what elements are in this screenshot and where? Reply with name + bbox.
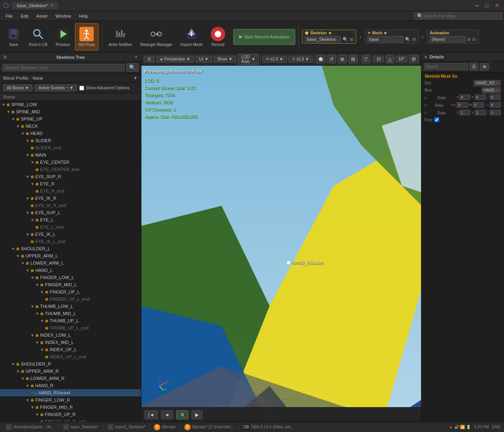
tree-item-finger-mid-l[interactable]: ▼☗FINGER_MID_L — [0, 281, 141, 288]
force-checkbox[interactable] — [434, 117, 439, 122]
menu-edit[interactable]: Edit — [17, 13, 32, 19]
tree-item-index-up-l[interactable]: ▼☗INDEX_UP_L — [0, 346, 141, 353]
details-list-view-button[interactable]: ☰ — [470, 63, 478, 70]
save-button[interactable]: Save — [3, 23, 24, 50]
tree-item-upper-arm-r[interactable]: ▼☗UPPER_ARM_R — [0, 368, 141, 375]
tree-item-thumb-low-l[interactable]: ▼☗THUMB_LOW_L — [0, 303, 141, 310]
x1-second-button[interactable]: ⟳ x1.0 ▼ — [288, 56, 313, 62]
tree-item-spine-low[interactable]: ▼☗SPINE_LOW — [0, 101, 141, 108]
skeleton-search-icon[interactable]: 🔍 — [343, 37, 348, 42]
viewport-menu-button[interactable]: ☰ — [144, 56, 155, 62]
play-button[interactable]: ▶ — [192, 410, 202, 419]
y-coord-input[interactable] — [475, 94, 486, 100]
tree-item-finger-low-r[interactable]: ▼☗FINGER_LOW_R — [0, 396, 141, 404]
x1-first-button[interactable]: ⟳ x1.0 ▼ — [262, 56, 287, 62]
tree-item-shoulder-l[interactable]: ▼☗SHOULDER_L — [0, 245, 141, 252]
pause-button[interactable]: ⏸ — [176, 410, 188, 419]
tree-item-index-low-l[interactable]: ▼☗INDEX_LOW_L — [0, 332, 141, 339]
ya-coord-input[interactable] — [490, 102, 501, 108]
tree-item-upper-arm-l[interactable]: ▼☗UPPER_ARM_L — [0, 252, 141, 259]
statusbar-base3-skeleton[interactable]: ⬡ base3_Skeleton* — [105, 424, 148, 430]
ro-coord-input[interactable] — [457, 102, 468, 108]
transform-button[interactable]: ⬟ — [316, 55, 325, 63]
statusbar-animation-game[interactable]: ⬡ AnimationGame - Un... — [3, 424, 57, 430]
tree-item-eye-ik-r[interactable]: ▼☗EYE_IK_R — [0, 195, 141, 202]
details-search-input[interactable] — [424, 63, 468, 70]
tree-item-head[interactable]: ▼☗HEAD — [0, 130, 141, 137]
statusbar-base-skeleton[interactable]: ⬡ base_Skeleton* — [60, 424, 101, 430]
tree-item-eye-ik-l[interactable]: ▼☗EYE_IK_L — [0, 231, 141, 238]
blend-profile-dropdown-icon[interactable]: ▼ — [133, 75, 138, 81]
animation-options-icon[interactable]: ⊞ — [467, 37, 471, 42]
rewind-button[interactable]: |◄ — [145, 410, 158, 419]
panel-close-button[interactable]: ✕ — [134, 54, 138, 60]
mesh-options-icon[interactable]: ⊞ — [412, 37, 416, 42]
x-coord-input[interactable] — [459, 94, 470, 100]
tree-item-finger-low-l[interactable]: ▼☗FINGER_LOW_L — [0, 274, 141, 281]
wireframe-button[interactable]: ▽ — [361, 55, 370, 63]
tree-item-spine-mid[interactable]: ▼☗SPINE_MID — [0, 108, 141, 115]
animation-extra-icon[interactable]: ⊟ — [472, 37, 476, 42]
ref-pose-button[interactable]: Ref Pose — [75, 23, 99, 50]
tree-item-index-mid-l[interactable]: ▼☗INDEX_MID_L — [0, 339, 141, 346]
lit-button[interactable]: Lit ▼ — [196, 56, 212, 62]
tree-item-finger-up-r-end[interactable]: ☗FINGER_UP_R_end — [0, 418, 141, 422]
rela-rotation-expand-icon[interactable]: ▷ — [425, 103, 427, 107]
start-record-animation-button[interactable]: ▶ Start Record Animation — [233, 29, 295, 45]
menu-file[interactable]: File — [2, 13, 17, 19]
tree-item-eye-r[interactable]: ▼☗EYE_R — [0, 180, 141, 187]
bone-clear-button[interactable]: ✕ — [496, 88, 499, 92]
tree-item-thumb-up-l[interactable]: ▼☗THUMB_UP_L — [0, 317, 141, 324]
tree-item-lower-arm-r[interactable]: ▼☗LOWER_ARM_R — [0, 375, 141, 382]
viewport-canvas[interactable]: Previewing Reference Pose LOD: 0 Current… — [141, 66, 421, 407]
perspective-button[interactable]: ◈ Perspective ▼ — [156, 56, 194, 62]
settings-button[interactable]: ⚙ — [409, 55, 419, 63]
statusbar-blender-path[interactable]: B Blender* [C:\Users\bo... — [182, 424, 237, 430]
triangle-button[interactable]: △ — [385, 55, 394, 63]
tree-item-eye-l-end[interactable]: ☗EYE_L_end — [0, 223, 141, 231]
grid-button[interactable]: ⊞ — [349, 55, 358, 63]
active-sockets-dropdown[interactable]: Active Sockets ~ ▼ — [35, 84, 77, 91]
tree-item-thumb-mid-l[interactable]: ▼☗THUMB_MID_L — [0, 310, 141, 317]
minimize-button[interactable]: ─ — [474, 2, 480, 8]
tree-item-hand-l[interactable]: ▼☗HAND_L — [0, 267, 141, 274]
tree-item-eye-sup-r[interactable]: ▼☗EYE_SUP_R — [0, 173, 141, 180]
import-mesh-button[interactable]: Import Mesh — [177, 23, 206, 50]
skeleton-input[interactable] — [305, 36, 341, 42]
tree-item-eye-center-end[interactable]: ☗EYE_CENTER_end — [0, 166, 141, 173]
menu-asset[interactable]: Asset — [32, 13, 52, 19]
search-skeleton-input[interactable] — [2, 64, 125, 71]
tree-item-index-up-l-end[interactable]: ☗INDEX_UP_L_end — [0, 353, 141, 360]
mesh-search-icon[interactable]: 🔍 — [405, 37, 411, 42]
record-button[interactable]: Record — [208, 23, 228, 50]
menu-window[interactable]: Window — [51, 13, 75, 19]
details-eye-button[interactable]: 👁 — [480, 63, 489, 70]
search-for-help-input[interactable] — [423, 14, 495, 18]
pit-coord-input[interactable] — [473, 102, 484, 108]
rela-scale-expand-icon[interactable]: ▷ — [425, 111, 427, 115]
skeleton-options-icon[interactable]: ⊞ — [350, 37, 353, 42]
sx-coord-input[interactable] — [459, 110, 470, 115]
tree-item-neck[interactable]: ▼☗NECK — [0, 123, 141, 130]
rela-location-expand-icon[interactable]: ▷ — [425, 96, 427, 100]
tree-item-finger-up-l-end[interactable]: ☗FINGER_UP_L_end — [0, 295, 141, 303]
retarget-manager-button[interactable]: Retarget Manager — [137, 23, 176, 50]
show-advanced-checkbox[interactable] — [79, 86, 84, 90]
tree-item-eye-center[interactable]: ▼☗EYE_CENTER — [0, 159, 141, 166]
tree-item-eye-l[interactable]: ▼☗EYE_L — [0, 216, 141, 223]
lod-button[interactable]: LOD Auto ▼ — [238, 54, 259, 65]
tree-item-slider-end[interactable]: ☗SLIDER_end — [0, 144, 141, 151]
find-in-cb-button[interactable]: Find in CB — [26, 23, 51, 50]
tab-base-skeleton[interactable]: base_Skeleton* ✕ — [12, 2, 58, 9]
rotate-button[interactable]: ↺ — [327, 55, 336, 63]
search-skeleton-button[interactable]: 🔍 — [126, 63, 139, 72]
z-coord-input[interactable] — [490, 94, 501, 100]
scale-button[interactable]: ⊕ — [338, 55, 347, 63]
tab-close-icon[interactable]: ✕ — [50, 3, 53, 8]
preview-button[interactable]: Preview — [52, 23, 73, 50]
socket-clear-button[interactable]: ✕ — [496, 81, 499, 85]
show-button[interactable]: Show ▼ — [214, 56, 236, 62]
statusbar-blender[interactable]: B Blender — [151, 424, 178, 430]
tree-item-slider[interactable]: ▼☗SLIDER — [0, 137, 141, 144]
tree-item-main[interactable]: ▼☗MAIN — [0, 151, 141, 159]
